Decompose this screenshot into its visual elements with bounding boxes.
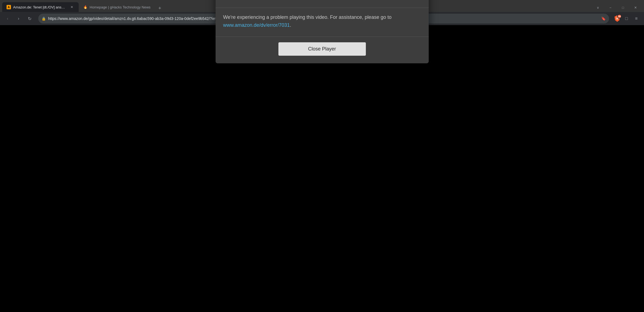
window-minimize-button[interactable]: − <box>604 3 617 12</box>
amazon-tab-close[interactable]: ✕ <box>69 5 74 10</box>
dialog-message-text1: We're experiencing a problem playing thi… <box>223 14 392 20</box>
forward-button[interactable]: › <box>14 14 23 23</box>
toolbar-right: B 36 □ ≡ <box>613 14 641 23</box>
dialog-footer: Close Player <box>216 37 429 63</box>
dialog-message: We're experiencing a problem playing thi… <box>223 13 421 29</box>
dialog-title: Video Unavailable <box>223 0 276 2</box>
bookmark-icon[interactable]: 🔖 <box>601 16 606 21</box>
tab-amazon[interactable]: A Amazon.de: Tenet [dt./OV] anseh... ✕ <box>2 2 79 12</box>
browser-window: A Amazon.de: Tenet [dt./OV] anseh... ✕ 🔥… <box>0 0 644 25</box>
window-chevron-button[interactable]: ∨ <box>592 3 604 12</box>
window-maximize-button[interactable]: □ <box>617 3 629 12</box>
reload-button[interactable]: ↻ <box>25 14 34 23</box>
ghacks-favicon: 🔥 <box>83 5 87 9</box>
back-button[interactable]: ‹ <box>3 14 12 23</box>
error-dialog: Video Unavailable ✕ We're experiencing a… <box>216 0 429 63</box>
window-controls: ∨ − □ ✕ <box>592 3 642 12</box>
brave-counter-badge: 36 <box>617 14 622 19</box>
amazon-tab-title: Amazon.de: Tenet [dt./OV] anseh... <box>13 5 66 9</box>
dialog-close-button[interactable]: ✕ <box>412 0 421 2</box>
dialog-body: We're experiencing a problem playing thi… <box>216 8 429 37</box>
close-player-button[interactable]: Close Player <box>278 42 366 56</box>
dialog-header: Video Unavailable ✕ <box>216 0 429 8</box>
extensions-button[interactable]: □ <box>622 14 631 23</box>
menu-button[interactable]: ≡ <box>632 14 641 23</box>
lock-icon: 🔒 <box>42 17 46 21</box>
brave-shield-button[interactable]: B 36 <box>613 15 621 22</box>
dialog-message-period: . <box>290 22 291 28</box>
ghacks-tab-title: Homepage | gHacks Technology News <box>90 5 151 9</box>
new-tab-button[interactable]: + <box>156 4 164 12</box>
error-link[interactable]: www.amazon.de/dv/error/7031 <box>223 22 290 28</box>
window-close-button[interactable]: ✕ <box>629 3 642 12</box>
amazon-favicon: A <box>7 5 11 9</box>
tab-ghacks[interactable]: 🔥 Homepage | gHacks Technology News <box>79 2 155 12</box>
